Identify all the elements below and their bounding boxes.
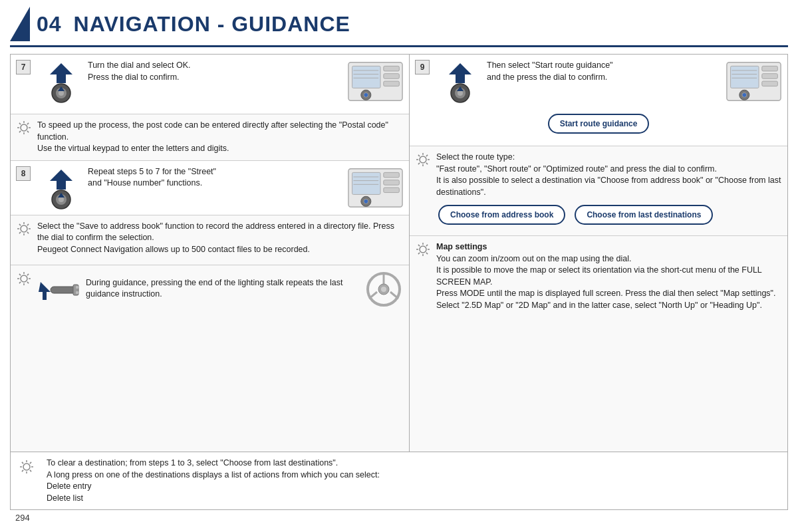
svg-line-112 xyxy=(22,470,23,471)
svg-marker-0 xyxy=(50,63,72,83)
svg-line-109 xyxy=(22,462,23,464)
bottom-note-text: To clear a destination; from steps 1 to … xyxy=(47,458,779,504)
start-route-button[interactable]: Start route guidance xyxy=(548,114,650,134)
svg-point-28 xyxy=(59,197,64,202)
step-number-8: 8 xyxy=(16,166,31,181)
svg-rect-82 xyxy=(762,81,778,86)
svg-rect-37 xyxy=(384,188,400,193)
svg-rect-76 xyxy=(731,66,759,88)
svg-line-56 xyxy=(27,281,29,283)
tip-5-row: Map settings You can zoom in/zoom out on… xyxy=(410,236,787,452)
choose-address-book-button[interactable]: Choose from address book xyxy=(438,205,565,225)
page-title-text: NAVIGATION - GUIDANCE xyxy=(74,12,350,37)
map-settings-title: Map settings xyxy=(436,242,487,251)
page-number: 294 xyxy=(15,513,30,523)
tip-1-row: To speed up the process, the post code c… xyxy=(11,114,409,161)
tip5-icon xyxy=(415,241,431,257)
svg-rect-12 xyxy=(384,81,400,86)
step8-device-image xyxy=(347,166,404,209)
svg-rect-35 xyxy=(384,172,400,178)
svg-line-94 xyxy=(418,163,420,164)
tip-4-row: Select the route type: "Fast route", "Sh… xyxy=(410,146,787,236)
stalk-icon xyxy=(37,272,80,305)
step7-dial-icon xyxy=(36,60,82,103)
svg-line-23 xyxy=(27,123,29,124)
svg-rect-10 xyxy=(384,66,400,71)
step-9-row: 9 Then select "Start route guidance"and … xyxy=(410,55,787,146)
tip-4-text: Select the route type: "Fast route", "Sh… xyxy=(436,152,782,198)
svg-line-55 xyxy=(19,273,21,275)
svg-line-100 xyxy=(418,245,420,246)
svg-line-47 xyxy=(27,231,29,233)
step7-device-image xyxy=(347,60,404,103)
svg-rect-6 xyxy=(352,66,381,88)
tip-1-text: To speed up the process, the post code c… xyxy=(37,120,404,155)
svg-point-85 xyxy=(743,93,747,97)
svg-line-57 xyxy=(27,273,29,275)
svg-point-50 xyxy=(21,275,27,282)
step-number-9: 9 xyxy=(415,60,430,74)
svg-point-104 xyxy=(23,464,30,470)
tip3-icon xyxy=(16,271,32,287)
bottom-note-bar: To clear a destination; from steps 1 to … xyxy=(10,452,788,510)
step-7-text: Turn the dial and select OK.Press the di… xyxy=(88,60,347,83)
step9-device-image xyxy=(726,60,782,103)
main-content: 7 Turn the dial and select O xyxy=(10,54,788,452)
tip-2-text: Select the "Save to address book" functi… xyxy=(37,221,404,256)
svg-rect-31 xyxy=(352,172,381,194)
svg-line-49 xyxy=(19,231,21,233)
svg-line-110 xyxy=(30,470,31,471)
svg-point-73 xyxy=(458,90,463,96)
svg-marker-59 xyxy=(39,282,51,300)
tip-3-text: During guidance, pressing the end of the… xyxy=(86,277,358,301)
header-slash-decoration xyxy=(10,7,30,41)
svg-line-111 xyxy=(30,462,31,464)
tip-5-text: Map settings You can zoom in/zoom out on… xyxy=(436,241,782,311)
tip4-icon xyxy=(415,152,431,168)
step-7-row: 7 Turn the dial and select O xyxy=(11,55,409,114)
tip1-icon xyxy=(16,120,32,136)
svg-point-40 xyxy=(364,199,368,203)
step-8-row: 8 Repeat steps 5 to 7 for the "Street"an… xyxy=(11,161,409,215)
svg-point-16 xyxy=(21,124,27,131)
svg-line-91 xyxy=(418,155,420,156)
choose-last-destinations-button[interactable]: Choose from last destinations xyxy=(575,205,713,225)
left-column: 7 Turn the dial and select O xyxy=(11,55,410,452)
svg-line-58 xyxy=(19,281,21,283)
svg-rect-62 xyxy=(76,286,78,289)
right-column: 9 Then select "Start route guidance"and … xyxy=(410,55,787,452)
page-number-area: 294 xyxy=(10,510,788,525)
step-9-text: Then select "Start route guidance"and th… xyxy=(487,60,726,83)
step-number-7: 7 xyxy=(16,60,31,74)
svg-line-101 xyxy=(426,253,428,254)
svg-rect-36 xyxy=(384,180,400,185)
svg-line-21 xyxy=(19,123,21,124)
svg-rect-81 xyxy=(762,74,778,79)
svg-line-48 xyxy=(27,223,29,225)
svg-point-69 xyxy=(381,287,386,292)
svg-line-92 xyxy=(426,163,428,164)
svg-rect-63 xyxy=(76,291,78,294)
svg-line-22 xyxy=(27,131,29,132)
svg-point-41 xyxy=(21,225,27,232)
svg-point-3 xyxy=(59,90,64,96)
svg-line-103 xyxy=(418,253,420,254)
svg-point-95 xyxy=(420,246,426,253)
tip2-icon xyxy=(16,221,32,237)
svg-rect-80 xyxy=(762,66,778,71)
steering-wheel-icon xyxy=(364,271,404,307)
svg-line-93 xyxy=(426,155,428,156)
svg-marker-70 xyxy=(449,63,471,83)
svg-rect-60 xyxy=(51,287,76,293)
svg-rect-11 xyxy=(384,74,400,79)
step8-dial-icon xyxy=(36,166,82,209)
tip-3-row: During guidance, pressing the end of the… xyxy=(11,265,409,452)
step-8-text: Repeat steps 5 to 7 for the "Street"and … xyxy=(88,166,347,190)
svg-point-15 xyxy=(364,93,368,97)
page-wrapper: 04 NAVIGATION - GUIDANCE 7 xyxy=(0,0,798,532)
page-header: 04 NAVIGATION - GUIDANCE xyxy=(10,7,788,47)
page-title: 04 xyxy=(37,12,62,37)
svg-line-24 xyxy=(19,131,21,132)
bottom-note-icon xyxy=(19,459,35,475)
step9-dial-icon xyxy=(435,60,481,103)
